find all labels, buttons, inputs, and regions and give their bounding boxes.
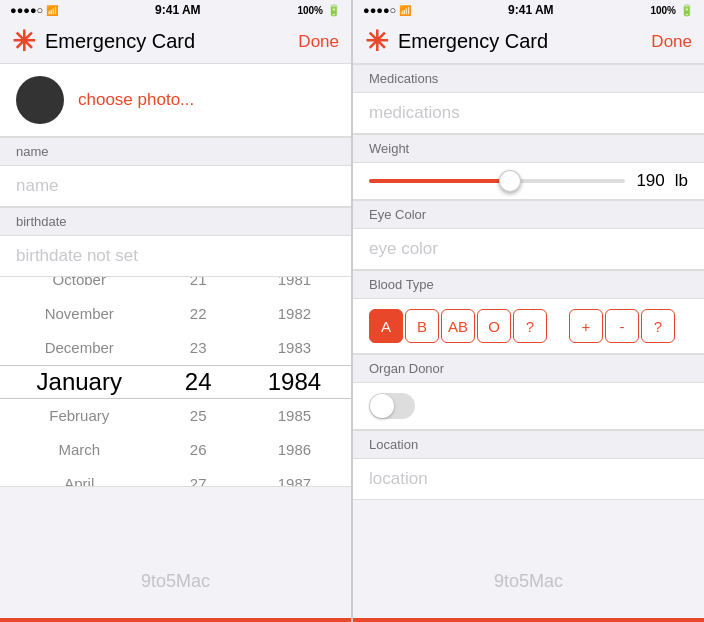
nav-bar-left: ✳ Emergency Card Done — [0, 20, 351, 64]
weight-unit: lb — [675, 171, 688, 191]
eye-color-input-row[interactable] — [353, 229, 704, 270]
weight-header: Weight — [353, 134, 704, 163]
location-input[interactable] — [369, 469, 688, 489]
day-column[interactable]: 21 22 23 24 25 26 27 — [159, 277, 238, 486]
done-button-right[interactable]: Done — [651, 32, 692, 52]
day-item-6: 27 — [159, 467, 238, 487]
blood-type-header: Blood Type — [353, 270, 704, 299]
signal-icon: ●●●●○ — [10, 4, 43, 16]
asterisk-icon-right: ✳ — [365, 28, 388, 56]
day-item-2: 23 — [159, 331, 238, 365]
year-item-1: 1982 — [238, 297, 351, 331]
month-item-0: October — [0, 277, 159, 297]
battery-icon-right: 🔋 — [680, 4, 694, 17]
left-content: choose photo... name birthdate birthdate… — [0, 64, 351, 618]
battery-pct-right: 100% — [650, 5, 676, 16]
bt-btn-unknown[interactable]: ? — [513, 309, 547, 343]
nav-bar-right: ✳ Emergency Card Done — [353, 20, 704, 64]
day-item-5: 26 — [159, 433, 238, 467]
medications-input[interactable] — [369, 103, 688, 123]
bt-btn-O[interactable]: O — [477, 309, 511, 343]
bt-btn-B[interactable]: B — [405, 309, 439, 343]
picker-columns: October November December January Februa… — [0, 277, 351, 486]
choose-photo-label[interactable]: choose photo... — [78, 90, 194, 110]
year-item-2: 1983 — [238, 331, 351, 365]
medications-input-row[interactable] — [353, 93, 704, 134]
toggle-knob — [370, 394, 394, 418]
signal-dots-right: ●●●●○ 📶 — [363, 4, 411, 16]
day-item-4: 25 — [159, 399, 238, 433]
eye-color-input[interactable] — [369, 239, 688, 259]
organ-donor-row[interactable] — [353, 383, 704, 430]
year-item-5: 1986 — [238, 433, 351, 467]
date-picker[interactable]: October November December January Februa… — [0, 277, 351, 487]
name-section-header: name — [0, 137, 351, 166]
name-input[interactable] — [16, 176, 335, 196]
done-button-left[interactable]: Done — [298, 32, 339, 52]
asterisk-icon: ✳ — [12, 28, 35, 56]
battery-area-right: 100% 🔋 — [650, 4, 694, 17]
bottom-bar-left — [0, 618, 351, 622]
month-item-1: November — [0, 297, 159, 331]
year-item-4: 1985 — [238, 399, 351, 433]
bottom-bar-right — [353, 618, 704, 622]
medications-header: Medications — [353, 64, 704, 93]
bt-btn-pos[interactable]: + — [569, 309, 603, 343]
year-column[interactable]: 1981 1982 1983 1984 1985 1986 1987 — [238, 277, 351, 486]
bt-btn-A[interactable]: A — [369, 309, 403, 343]
slider-fill — [369, 179, 510, 183]
wifi-icon-right: 📶 — [399, 5, 411, 16]
month-column[interactable]: October November December January Februa… — [0, 277, 159, 486]
month-item-4: February — [0, 399, 159, 433]
avatar — [16, 76, 64, 124]
blood-type-row: A B AB O ? + - ? — [353, 299, 704, 354]
page-title-left: Emergency Card — [45, 30, 288, 53]
time-display-right: 9:41 AM — [508, 3, 554, 17]
organ-donor-toggle[interactable] — [369, 393, 415, 419]
month-item-5: March — [0, 433, 159, 467]
birthdate-section-header: birthdate — [0, 207, 351, 236]
bt-btn-AB[interactable]: AB — [441, 309, 475, 343]
weight-value: 190 — [635, 171, 665, 191]
blood-type-group: A B AB O ? — [369, 309, 547, 343]
status-bar-left: ●●●●○ 📶 9:41 AM 100% 🔋 — [0, 0, 351, 20]
location-header: Location — [353, 430, 704, 459]
organ-donor-header: Organ Donor — [353, 354, 704, 383]
bt-btn-neg[interactable]: - — [605, 309, 639, 343]
slider-track[interactable] — [369, 179, 625, 183]
signal-dots: ●●●●○ 📶 — [10, 4, 58, 16]
day-item-3: 24 — [159, 365, 238, 399]
battery-icon: 🔋 — [327, 4, 341, 17]
wifi-icon: 📶 — [46, 5, 58, 16]
month-item-2: December — [0, 331, 159, 365]
weight-slider-row[interactable]: 190 lb — [353, 163, 704, 200]
year-item-6: 1987 — [238, 467, 351, 487]
location-input-row[interactable] — [353, 459, 704, 500]
day-item-0: 21 — [159, 277, 238, 297]
signal-icon-right: ●●●●○ — [363, 4, 396, 16]
eye-color-header: Eye Color — [353, 200, 704, 229]
bt-btn-rh-unknown[interactable]: ? — [641, 309, 675, 343]
status-bar-right: ●●●●○ 📶 9:41 AM 100% 🔋 — [353, 0, 704, 20]
birthdate-placeholder[interactable]: birthdate not set — [0, 236, 351, 277]
day-item-1: 22 — [159, 297, 238, 331]
rh-group: + - ? — [569, 309, 675, 343]
battery-area: 100% 🔋 — [297, 4, 341, 17]
battery-pct: 100% — [297, 5, 323, 16]
page-title-right: Emergency Card — [398, 30, 641, 53]
year-item-0: 1981 — [238, 277, 351, 297]
month-item-3: January — [0, 365, 159, 399]
time-display: 9:41 AM — [155, 3, 201, 17]
year-item-3: 1984 — [238, 365, 351, 399]
month-item-6: April — [0, 467, 159, 487]
right-content: Medications Weight 190 lb Eye Color Bloo… — [353, 64, 704, 618]
photo-section[interactable]: choose photo... — [0, 64, 351, 137]
name-input-row[interactable] — [0, 166, 351, 207]
slider-thumb[interactable] — [499, 170, 521, 192]
